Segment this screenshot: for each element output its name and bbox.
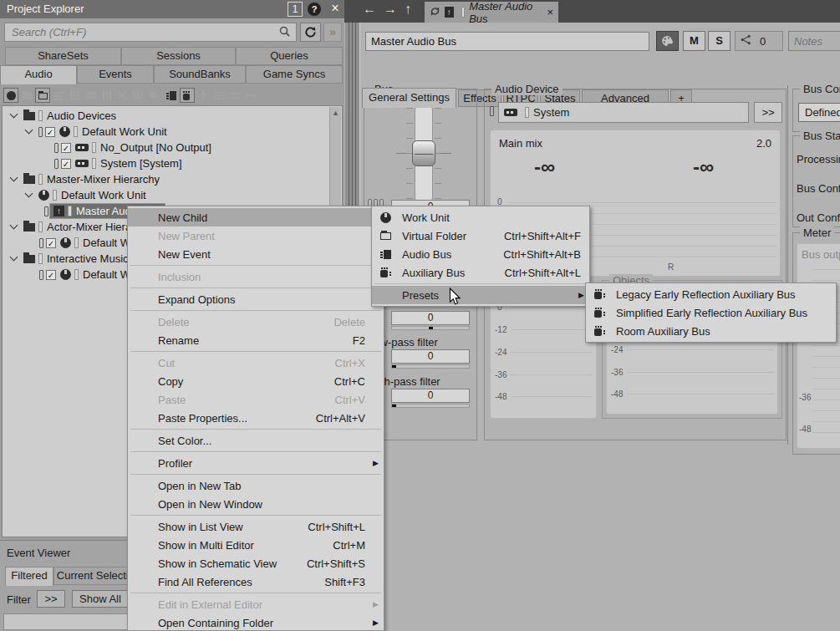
checkbox[interactable]: ✓	[61, 143, 71, 153]
menu-item-find-all-references[interactable]: Find All ReferencesShift+F3	[128, 572, 384, 591]
solo-button[interactable]: S	[708, 31, 731, 51]
claw-icon[interactable]	[130, 88, 145, 103]
submenu-item-audio-bus[interactable]: Audio BusCtrl+Shift+Alt+B	[372, 245, 589, 263]
physical-folder-icon[interactable]	[35, 88, 50, 103]
scroll-up-icon[interactable]: ▲	[332, 109, 339, 117]
checkbox[interactable]: ✓	[46, 270, 56, 280]
pin-icon[interactable]	[196, 88, 211, 103]
menu-item-paste-properties[interactable]: Paste Properties...Ctrl+Alt+V	[128, 409, 384, 427]
document-tab-master-audio-bus[interactable]: ↑ Master Audio Bus ×	[425, 2, 558, 23]
submenu-item-presets[interactable]: Presets▶	[372, 286, 589, 304]
phone-icon[interactable]	[146, 88, 161, 103]
menu-item-new-child[interactable]: New Child▶	[128, 208, 384, 226]
tab-queries[interactable]: Queries	[236, 47, 343, 65]
menu-item-show-in-multi-editor[interactable]: Show in Multi EditorCtrl+M	[128, 536, 384, 554]
device-expand-button[interactable]: >>	[754, 102, 782, 123]
nav-forward-icon[interactable]: →	[384, 2, 397, 17]
menu-item-delete[interactable]: DeleteDelete	[128, 313, 384, 331]
menu-item-cut[interactable]: CutCtrl+X	[128, 354, 384, 372]
chevron-down-icon[interactable]	[10, 253, 18, 262]
grid-icon[interactable]	[67, 88, 82, 103]
tab-sessions[interactable]: Sessions	[121, 47, 236, 65]
bus-config-dropdown[interactable]: Defined	[798, 103, 840, 122]
hpf-track[interactable]	[391, 404, 470, 408]
submenu-item-auxiliary-bus[interactable]: Auxiliary BusCtrl+Shift+Alt+L	[372, 263, 589, 282]
project-explorer-titlebar[interactable]: Project Explorer 1 ? ×	[0, 0, 344, 18]
menu-item-open-in-new-window[interactable]: Open in New Window	[128, 495, 384, 513]
swap-icon[interactable]	[227, 88, 242, 103]
chevron-down-icon[interactable]	[10, 221, 18, 230]
tab-audio[interactable]: Audio	[0, 65, 77, 84]
window-number-badge[interactable]: 1	[288, 2, 303, 17]
tab-events[interactable]: Events	[77, 65, 154, 84]
notes-field[interactable]	[788, 31, 840, 51]
menu-item-paste[interactable]: PasteCtrl+V	[128, 390, 384, 409]
tree-row-no-output[interactable]: ✓No_Output [No Output]	[3, 140, 211, 155]
checkbox[interactable]: ✓	[61, 159, 71, 169]
nav-up-icon[interactable]: ↑	[405, 2, 411, 17]
lpf-value[interactable]: 0	[391, 349, 470, 364]
tree-row-default-work-unit-devices[interactable]: ✓Default Work Unit	[3, 124, 167, 140]
hpf-value[interactable]: 0	[391, 389, 470, 403]
tab-soundbanks[interactable]: SoundBanks	[154, 65, 246, 84]
object-name-field[interactable]	[365, 32, 649, 51]
voice-track[interactable]	[391, 326, 470, 330]
menu-item-inclusion[interactable]: Inclusion▶	[128, 267, 384, 286]
folder-icon[interactable]	[19, 88, 34, 103]
menu-item-set-color[interactable]: Set Color...	[128, 431, 384, 450]
tree-row-system[interactable]: ✓System [System]	[3, 155, 182, 171]
menu-item-copy[interactable]: CopyCtrl+C	[128, 372, 384, 390]
new-work-unit-button[interactable]	[3, 88, 18, 103]
tree-row-default-work-unit-master[interactable]: Default Work Unit	[3, 187, 146, 203]
menu-item-profiler[interactable]: Profiler▶	[128, 454, 384, 472]
preset-simplified-early-reflection[interactable]: Simplified Early Reflection Auxiliary Bu…	[586, 303, 836, 322]
refresh-search-button[interactable]	[300, 23, 321, 42]
menu-item-expand-options[interactable]: Expand Options▶	[128, 290, 384, 308]
resize-icon[interactable]	[243, 88, 258, 103]
lpf-track[interactable]	[391, 364, 470, 369]
tab-sharesets[interactable]: ShareSets	[5, 47, 121, 65]
fader-icon[interactable]	[99, 88, 114, 103]
checkbox[interactable]: ✓	[46, 238, 56, 248]
menu-item-show-in-list-view[interactable]: Show in List ViewCtrl+Shift+L	[128, 517, 384, 536]
audio-device-selector[interactable]: System	[498, 102, 749, 123]
close-tab-icon[interactable]: ×	[547, 6, 553, 18]
voice-value[interactable]: 0	[391, 311, 470, 325]
menu-item-open-in-new-tab[interactable]: Open in New Tab	[128, 476, 384, 495]
sliders-icon[interactable]	[51, 88, 66, 103]
advanced-search-button[interactable]: »	[323, 23, 342, 42]
tree-row-master-mixer-hierarchy[interactable]: Master-Mixer Hierarchy	[3, 171, 160, 187]
close-icon[interactable]: ×	[328, 1, 343, 16]
checkbox[interactable]: ✓	[45, 127, 55, 137]
audio-bus-icon[interactable]	[164, 88, 179, 103]
mute-button[interactable]: M	[683, 31, 705, 51]
reference-count-box[interactable]: 0	[735, 31, 783, 51]
search-input[interactable]	[4, 23, 297, 42]
chevron-down-icon[interactable]	[25, 190, 33, 198]
chevron-down-icon[interactable]	[10, 110, 18, 119]
filter-expand-button[interactable]: >>	[37, 590, 65, 608]
submenu-item-work-unit[interactable]: Work Unit	[372, 208, 589, 226]
menu-item-show-in-schematic-view[interactable]: Show in Schematic ViewCtrl+Shift+S	[128, 554, 384, 572]
tab-game-syncs[interactable]: Game Syncs	[246, 65, 343, 84]
preset-room-auxiliary-bus[interactable]: Room Auxiliary Bus	[586, 322, 836, 340]
menu-item-open-containing-folder[interactable]: Open Containing Folder▶	[128, 613, 384, 631]
preset-legacy-early-reflection[interactable]: Legacy Early Reflection Auxiliary Bus	[586, 285, 836, 303]
list-icon[interactable]	[83, 88, 98, 103]
aux-bus-icon[interactable]	[180, 88, 195, 103]
tab-filtered[interactable]: Filtered	[5, 567, 53, 586]
chevron-down-icon[interactable]	[10, 174, 18, 182]
table-icon[interactable]	[211, 88, 227, 103]
scissors-icon[interactable]	[115, 88, 130, 103]
menu-item-rename[interactable]: RenameF2	[128, 331, 384, 349]
tree-row-audio-devices[interactable]: Audio Devices	[3, 108, 116, 124]
menu-item-new-event[interactable]: New Event▶	[128, 245, 384, 263]
help-icon[interactable]: ?	[308, 3, 321, 16]
menu-item-new-parent[interactable]: New Parent▶	[128, 226, 384, 245]
color-picker-button[interactable]	[656, 31, 679, 51]
chevron-down-icon[interactable]	[25, 126, 33, 135]
bus-volume-slider-thumb[interactable]	[412, 140, 435, 166]
submenu-item-virtual-folder[interactable]: Virtual FolderCtrl+Shift+Alt+F	[372, 226, 589, 245]
nav-back-icon[interactable]: ←	[363, 2, 376, 17]
menu-item-edit-in-external-editor[interactable]: Edit in External Editor▶	[128, 595, 384, 613]
